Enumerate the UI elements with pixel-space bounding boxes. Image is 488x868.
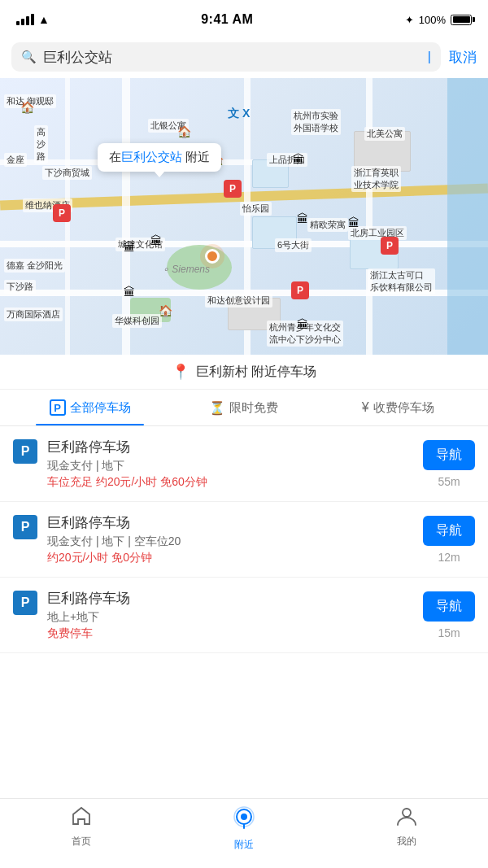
parking-info-2: 巨利路停车场 现金支付 | 地下 | 空车位20 约20元/小时 免0分钟 <box>47 513 413 565</box>
location-pin-icon: 📍 <box>172 363 190 381</box>
cancel-button[interactable]: 取消 <box>449 48 477 67</box>
map-area[interactable]: 文 X 和达 御观邸 高沙路 金座 下沙商贸城 北银公寓 维也纳酒店 德嘉 金沙… <box>0 78 488 355</box>
status-bar: ▲ 9:41 AM ✦ 100% <box>0 0 488 36</box>
map-label: 精欧荣寓 <box>307 218 348 232</box>
parking-pin[interactable]: P <box>224 180 242 198</box>
map-label: 下沙路 <box>4 280 36 294</box>
parking-detail-3b: 免费停车 <box>47 626 413 641</box>
search-input[interactable] <box>43 49 420 65</box>
nav-nearby[interactable]: 附近 <box>163 805 325 852</box>
nav-button-2[interactable]: 导航 <box>423 516 475 546</box>
search-bar: 🔍 | 取消 <box>0 36 488 78</box>
parking-detail-2b: 约20元/小时 免0分钟 <box>47 551 413 565</box>
building-icon: 🏛 <box>124 241 135 254</box>
map-label: 和达创意设计园 <box>205 294 272 308</box>
nearby-nav-label: 附近 <box>234 838 254 852</box>
svg-point-3 <box>403 809 411 817</box>
parking-badge-2: P <box>13 515 37 539</box>
cursor: | <box>428 50 431 64</box>
map-label: 华媒科创园 <box>112 314 162 328</box>
road <box>122 78 130 355</box>
map-popup: 在巨利公交站 附近 <box>98 143 221 172</box>
current-location-dot <box>205 249 220 264</box>
tab-all[interactable]: P 全部停车场 <box>13 390 167 425</box>
parking-detail-1a: 现金支付 | 地下 <box>47 459 413 473</box>
tab-all-icon: P <box>50 399 66 416</box>
parking-pin[interactable]: P <box>291 281 309 299</box>
tab-paid-icon: ¥ <box>362 400 369 415</box>
tab-paid-label: 收费停车场 <box>373 400 434 416</box>
nav-profile[interactable]: 我的 <box>325 805 488 852</box>
popup-suffix: 附近 <box>182 150 210 164</box>
parking-info-1: 巨利路停车场 现金支付 | 地下 车位充足 约20元/小时 免60分钟 <box>47 438 413 490</box>
parking-name-1: 巨利路停车场 <box>47 438 413 456</box>
map-label: 6号大街 <box>275 238 312 252</box>
profile-nav-icon <box>396 805 417 831</box>
popup-text: 在 <box>109 150 121 164</box>
status-time: 9:41 AM <box>201 12 253 27</box>
status-right: ✦ 100% <box>405 14 472 26</box>
parking-pin[interactable]: P <box>53 204 71 222</box>
building-icon: 🏛 <box>297 212 308 225</box>
siemens-label: ∘ Siemens <box>163 264 210 275</box>
wifi-icon: ▲ <box>38 13 50 26</box>
home-nav-icon <box>71 805 92 831</box>
parking-name-2: 巨利路停车场 <box>47 513 413 532</box>
tab-free-icon: ⏳ <box>209 400 225 416</box>
parking-name-3: 巨利路停车场 <box>47 589 413 608</box>
nav-home[interactable]: 首页 <box>0 805 163 852</box>
distance-3: 15m <box>438 626 460 639</box>
building-icon: 🏛 <box>297 318 308 331</box>
home-icon: 🏠 <box>159 304 172 317</box>
home-icon: 🏠 <box>20 101 34 114</box>
tab-free[interactable]: ⏳ 限时免费 <box>167 390 320 425</box>
tab-all-label: 全部停车场 <box>70 400 131 416</box>
map-label: 北美公寓 <box>364 127 405 141</box>
map-label: 浙江太古可口乐饮料有限公司 <box>368 268 435 294</box>
parking-right-1: 导航 55m <box>423 440 475 488</box>
building-icon: 🏛 <box>348 216 359 229</box>
parking-info-3: 巨利路停车场 地上+地下 免费停车 <box>47 589 413 641</box>
bluetooth-icon: ✦ <box>405 14 414 26</box>
distance-2: 12m <box>438 551 460 564</box>
building-icon: 🏛 <box>293 153 304 166</box>
parking-item-3: P 巨利路停车场 地上+地下 免费停车 导航 15m <box>0 578 488 653</box>
parking-pin[interactable]: P <box>381 237 399 255</box>
map-label: 高沙路 <box>34 125 48 164</box>
parking-detail-1b: 车位充足 约20元/小时 免60分钟 <box>47 475 413 490</box>
map-label: 德嘉 金沙阳光 <box>4 259 65 273</box>
parking-right-2: 导航 12m <box>423 516 475 564</box>
map-label: 浙江育英职业技术学院 <box>351 166 401 192</box>
search-icon: 🔍 <box>21 50 37 64</box>
nearby-nav-icon <box>232 805 256 835</box>
profile-nav-label: 我的 <box>397 835 416 848</box>
map-label: 金座 <box>4 153 27 167</box>
map-label: 杭州市实验外国语学校 <box>291 109 341 135</box>
parking-badge-3: P <box>13 591 37 615</box>
parking-detail-3a: 地上+地下 <box>47 610 413 625</box>
nav-button-3[interactable]: 导航 <box>423 591 475 622</box>
parking-detail-2a: 现金支付 | 地下 | 空车位20 <box>47 534 413 549</box>
battery-percent: 100% <box>419 14 446 26</box>
parking-item-1: P 巨利路停车场 现金支付 | 地下 车位充足 约20元/小时 免60分钟 导航… <box>0 426 488 502</box>
search-input-wrapper[interactable]: 🔍 | <box>11 42 441 72</box>
parking-right-3: 导航 15m <box>423 591 475 639</box>
map-label: 下沙商贸城 <box>42 166 92 180</box>
location-name: 巨利新村 附近停车场 <box>196 364 316 381</box>
tab-free-label: 限时免费 <box>229 400 278 416</box>
signal-icon <box>16 14 34 25</box>
status-left: ▲ <box>16 13 50 26</box>
home-nav-label: 首页 <box>72 835 91 848</box>
nav-button-1[interactable]: 导航 <box>423 440 475 470</box>
parking-item-2: P 巨利路停车场 现金支付 | 地下 | 空车位20 约20元/小时 免0分钟 … <box>0 502 488 578</box>
parking-badge-1: P <box>13 439 37 464</box>
translate-icon: 文 X <box>228 107 250 121</box>
building-icon: 🏛 <box>124 286 135 299</box>
tab-paid[interactable]: ¥ 收费停车场 <box>321 390 475 425</box>
battery-icon <box>451 15 472 25</box>
water-area <box>447 78 488 355</box>
building-icon: 🏛 <box>150 234 162 247</box>
location-bar: 📍 巨利新村 附近停车场 <box>0 355 488 390</box>
parking-list: P 巨利路停车场 现金支付 | 地下 车位充足 约20元/小时 免60分钟 导航… <box>0 426 488 653</box>
map-label: 怡乐园 <box>240 202 272 216</box>
